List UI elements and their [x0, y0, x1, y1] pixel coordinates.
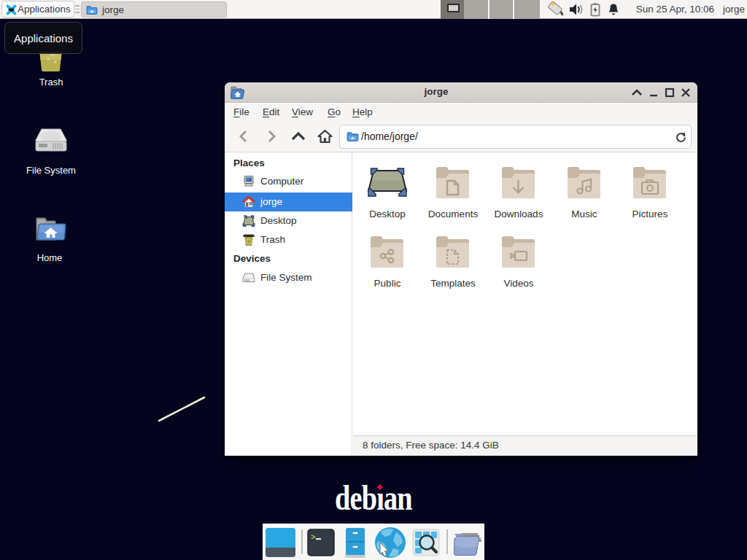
svg-text:>: > — [311, 533, 316, 542]
